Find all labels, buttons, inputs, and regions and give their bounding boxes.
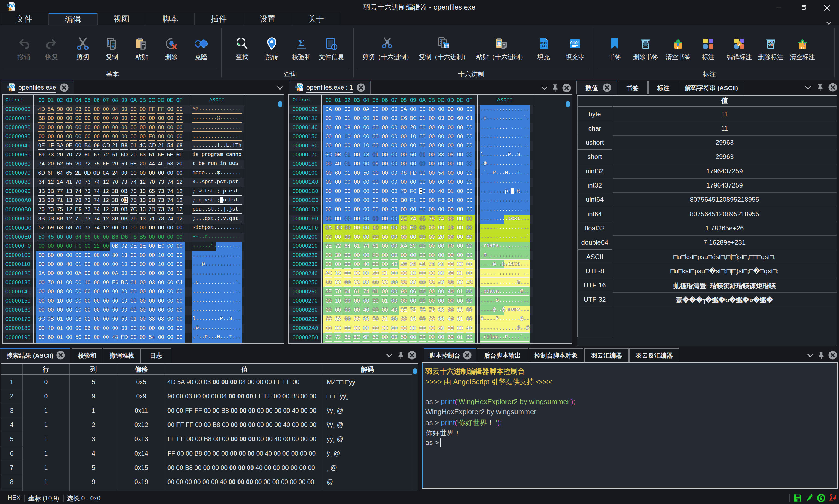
svg-text:1011: 1011 <box>444 46 449 48</box>
svg-text:1011: 1011 <box>540 45 547 48</box>
svg-text:PRO: PRO <box>298 84 300 85</box>
svg-text:0111: 0111 <box>497 42 501 44</box>
svg-text:1011: 1011 <box>497 44 501 46</box>
svg-text:PRO: PRO <box>10 84 12 85</box>
svg-text:0111: 0111 <box>444 44 449 46</box>
svg-text:0101: 0101 <box>570 41 580 46</box>
svg-text:Σ: Σ <box>298 37 305 49</box>
svg-text:0111: 0111 <box>540 41 547 45</box>
svg-text:011: 011 <box>386 42 389 44</box>
